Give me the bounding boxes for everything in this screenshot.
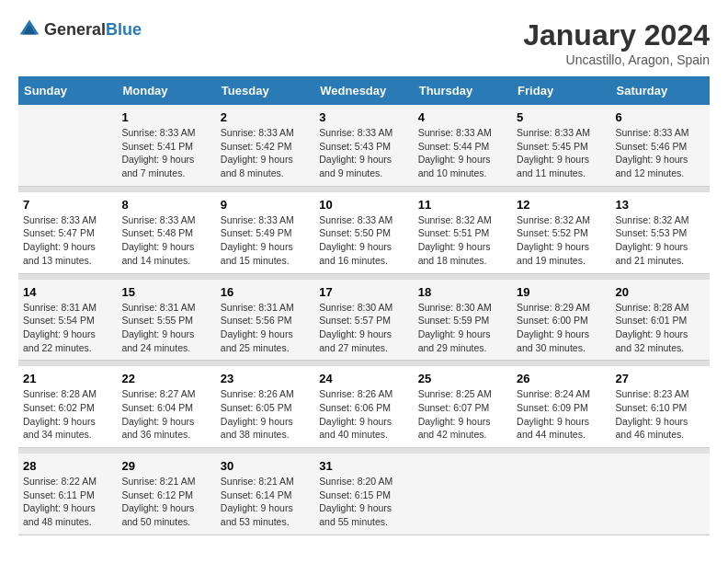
header-row: SundayMondayTuesdayWednesdayThursdayFrid… <box>18 76 710 105</box>
day-info: Sunrise: 8:33 AMSunset: 5:50 PMDaylight:… <box>319 213 408 268</box>
day-number: 24 <box>319 372 408 385</box>
calendar-cell: 10Sunrise: 8:33 AMSunset: 5:50 PMDayligh… <box>314 191 413 273</box>
header-day-saturday: Saturday <box>611 76 710 105</box>
calendar-cell: 11Sunrise: 8:32 AMSunset: 5:51 PMDayligh… <box>414 191 512 273</box>
calendar-cell: 8Sunrise: 8:33 AMSunset: 5:48 PMDaylight… <box>117 191 215 273</box>
calendar-cell: 20Sunrise: 8:28 AMSunset: 6:01 PMDayligh… <box>611 279 710 361</box>
header-day-wednesday: Wednesday <box>314 76 413 105</box>
calendar-cell: 12Sunrise: 8:32 AMSunset: 5:52 PMDayligh… <box>512 191 610 273</box>
calendar-cell: 3Sunrise: 8:33 AMSunset: 5:43 PMDaylight… <box>314 105 413 186</box>
header-day-thursday: Thursday <box>414 76 512 105</box>
day-number: 18 <box>418 285 507 299</box>
day-number: 30 <box>221 459 310 473</box>
calendar-cell: 18Sunrise: 8:30 AMSunset: 5:59 PMDayligh… <box>414 279 512 361</box>
day-info: Sunrise: 8:28 AMSunset: 6:01 PMDaylight:… <box>616 301 705 355</box>
day-number: 14 <box>23 285 112 299</box>
day-info: Sunrise: 8:21 AMSunset: 6:12 PMDaylight:… <box>121 475 210 529</box>
day-number: 1 <box>121 110 210 124</box>
calendar-cell: 2Sunrise: 8:33 AMSunset: 5:42 PMDaylight… <box>216 105 314 186</box>
calendar-cell: 24Sunrise: 8:26 AMSunset: 6:06 PMDayligh… <box>314 366 413 448</box>
day-info: Sunrise: 8:25 AMSunset: 6:07 PMDaylight:… <box>418 387 507 442</box>
header: GeneralBlue January 2024 Uncastillo, Ara… <box>18 18 710 67</box>
day-info: Sunrise: 8:30 AMSunset: 5:59 PMDaylight:… <box>418 301 507 355</box>
day-number: 31 <box>319 459 408 473</box>
day-info: Sunrise: 8:31 AMSunset: 5:55 PMDaylight:… <box>121 301 210 355</box>
day-number: 13 <box>616 198 705 212</box>
logo-text: GeneralBlue <box>44 20 142 40</box>
calendar-cell: 28Sunrise: 8:22 AMSunset: 6:11 PMDayligh… <box>18 454 117 535</box>
calendar-cell: 9Sunrise: 8:33 AMSunset: 5:49 PMDaylight… <box>216 191 314 273</box>
day-info: Sunrise: 8:32 AMSunset: 5:51 PMDaylight:… <box>418 213 507 268</box>
header-day-sunday: Sunday <box>18 76 117 105</box>
day-info: Sunrise: 8:22 AMSunset: 6:11 PMDaylight:… <box>23 475 112 529</box>
day-number: 2 <box>221 110 310 124</box>
day-info: Sunrise: 8:33 AMSunset: 5:49 PMDaylight:… <box>221 213 310 268</box>
day-info: Sunrise: 8:33 AMSunset: 5:44 PMDaylight:… <box>418 126 507 180</box>
day-number: 4 <box>418 110 507 124</box>
day-info: Sunrise: 8:26 AMSunset: 6:06 PMDaylight:… <box>319 387 408 442</box>
day-number: 11 <box>418 198 507 212</box>
header-day-friday: Friday <box>512 76 610 105</box>
calendar-cell: 7Sunrise: 8:33 AMSunset: 5:47 PMDaylight… <box>18 191 117 273</box>
header-day-tuesday: Tuesday <box>216 76 314 105</box>
calendar-cell: 6Sunrise: 8:33 AMSunset: 5:46 PMDaylight… <box>611 105 710 186</box>
day-number: 29 <box>121 459 210 473</box>
calendar-cell: 16Sunrise: 8:31 AMSunset: 5:56 PMDayligh… <box>216 279 314 361</box>
day-number: 19 <box>517 285 606 299</box>
calendar-cell <box>414 454 512 535</box>
day-number: 28 <box>23 459 112 473</box>
day-info: Sunrise: 8:33 AMSunset: 5:41 PMDaylight:… <box>121 126 210 180</box>
calendar-cell: 25Sunrise: 8:25 AMSunset: 6:07 PMDayligh… <box>414 366 512 448</box>
calendar-cell <box>611 454 710 535</box>
day-info: Sunrise: 8:33 AMSunset: 5:46 PMDaylight:… <box>616 126 705 180</box>
day-number: 26 <box>517 372 606 385</box>
day-info: Sunrise: 8:33 AMSunset: 5:45 PMDaylight:… <box>517 126 606 180</box>
logo-icon <box>18 18 40 40</box>
main-title: January 2024 <box>523 18 710 52</box>
day-number: 22 <box>121 372 210 385</box>
calendar-cell: 17Sunrise: 8:30 AMSunset: 5:57 PMDayligh… <box>314 279 413 361</box>
subtitle: Uncastillo, Aragon, Spain <box>523 52 710 67</box>
day-info: Sunrise: 8:33 AMSunset: 5:47 PMDaylight:… <box>23 213 112 268</box>
calendar-cell: 23Sunrise: 8:26 AMSunset: 6:05 PMDayligh… <box>216 366 314 448</box>
day-info: Sunrise: 8:26 AMSunset: 6:05 PMDaylight:… <box>221 387 310 442</box>
title-area: January 2024 Uncastillo, Aragon, Spain <box>523 18 710 67</box>
day-number: 17 <box>319 285 408 299</box>
day-info: Sunrise: 8:31 AMSunset: 5:56 PMDaylight:… <box>221 301 310 355</box>
day-info: Sunrise: 8:33 AMSunset: 5:43 PMDaylight:… <box>319 126 408 180</box>
calendar-cell <box>512 454 610 535</box>
day-number: 6 <box>616 110 705 124</box>
calendar-cell: 26Sunrise: 8:24 AMSunset: 6:09 PMDayligh… <box>512 366 610 448</box>
day-number: 21 <box>23 372 112 385</box>
calendar-cell: 22Sunrise: 8:27 AMSunset: 6:04 PMDayligh… <box>117 366 215 448</box>
day-info: Sunrise: 8:30 AMSunset: 5:57 PMDaylight:… <box>319 301 408 355</box>
day-info: Sunrise: 8:28 AMSunset: 6:02 PMDaylight:… <box>23 387 112 442</box>
calendar-table: SundayMondayTuesdayWednesdayThursdayFrid… <box>18 76 710 535</box>
calendar-cell: 30Sunrise: 8:21 AMSunset: 6:14 PMDayligh… <box>216 454 314 535</box>
day-info: Sunrise: 8:32 AMSunset: 5:53 PMDaylight:… <box>616 213 705 268</box>
day-number: 5 <box>517 110 606 124</box>
day-info: Sunrise: 8:33 AMSunset: 5:42 PMDaylight:… <box>221 126 310 180</box>
calendar-cell: 19Sunrise: 8:29 AMSunset: 6:00 PMDayligh… <box>512 279 610 361</box>
calendar-cell: 21Sunrise: 8:28 AMSunset: 6:02 PMDayligh… <box>18 366 117 448</box>
day-number: 9 <box>221 198 310 212</box>
calendar-cell: 31Sunrise: 8:20 AMSunset: 6:15 PMDayligh… <box>314 454 413 535</box>
day-info: Sunrise: 8:31 AMSunset: 5:54 PMDaylight:… <box>23 301 112 355</box>
day-number: 10 <box>319 198 408 212</box>
day-number: 23 <box>221 372 310 385</box>
calendar-cell: 14Sunrise: 8:31 AMSunset: 5:54 PMDayligh… <box>18 279 117 361</box>
day-number: 27 <box>616 372 705 385</box>
week-row-4: 21Sunrise: 8:28 AMSunset: 6:02 PMDayligh… <box>18 366 710 448</box>
day-info: Sunrise: 8:21 AMSunset: 6:14 PMDaylight:… <box>221 475 310 529</box>
day-number: 7 <box>23 198 112 212</box>
calendar-cell: 5Sunrise: 8:33 AMSunset: 5:45 PMDaylight… <box>512 105 610 186</box>
week-row-5: 28Sunrise: 8:22 AMSunset: 6:11 PMDayligh… <box>18 454 710 535</box>
week-row-2: 7Sunrise: 8:33 AMSunset: 5:47 PMDaylight… <box>18 191 710 273</box>
logo-general: General <box>44 20 106 39</box>
day-number: 25 <box>418 372 507 385</box>
week-row-3: 14Sunrise: 8:31 AMSunset: 5:54 PMDayligh… <box>18 279 710 361</box>
header-day-monday: Monday <box>117 76 215 105</box>
day-info: Sunrise: 8:33 AMSunset: 5:48 PMDaylight:… <box>121 213 210 268</box>
calendar-cell: 29Sunrise: 8:21 AMSunset: 6:12 PMDayligh… <box>117 454 215 535</box>
day-number: 12 <box>517 198 606 212</box>
